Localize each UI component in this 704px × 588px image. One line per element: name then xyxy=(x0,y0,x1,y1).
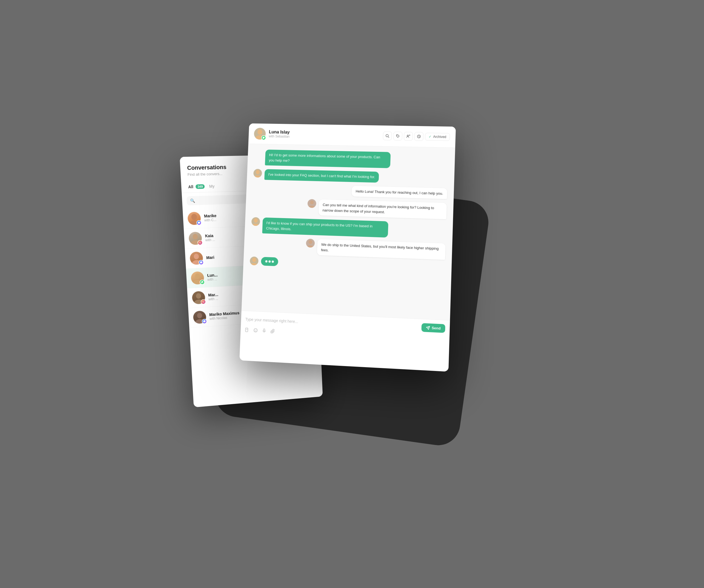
typing-dot-3 xyxy=(272,260,274,263)
svg-point-7 xyxy=(194,254,199,259)
svg-point-16 xyxy=(197,313,202,318)
message-row: We do ship to the United States, but you… xyxy=(250,237,446,260)
message-bubble: Hello Luna! Thank you for reaching out, … xyxy=(352,186,447,199)
attachment-icon[interactable] xyxy=(270,329,275,335)
chat-messages: Hi! I'd to get some more informations ab… xyxy=(241,144,455,320)
svg-point-0 xyxy=(191,214,197,220)
typing-avatar xyxy=(250,256,258,266)
svg-point-11 xyxy=(196,293,201,299)
svg-point-35 xyxy=(252,257,256,262)
svg-rect-41 xyxy=(263,329,265,331)
avatar xyxy=(187,212,201,225)
chat-whatsapp-icon xyxy=(261,135,266,140)
typing-dot-2 xyxy=(269,260,271,262)
message-bubble: I've looked into your FAQ section, but I… xyxy=(265,169,379,182)
svg-point-29 xyxy=(310,200,314,204)
message-row: Hello Luna! Thank you for reaching out, … xyxy=(252,183,447,199)
svg-point-2 xyxy=(192,234,198,239)
svg-line-21 xyxy=(388,137,389,138)
agent-avatar xyxy=(306,239,315,248)
svg-point-23 xyxy=(407,135,408,136)
mic-icon[interactable] xyxy=(262,329,266,334)
chat-panel: Luna Islay with Sebastian ✓ Archi xyxy=(239,123,456,371)
svg-point-33 xyxy=(308,240,312,244)
tab-all[interactable]: All xyxy=(188,184,193,189)
svg-point-5 xyxy=(199,242,200,243)
instagram-icon xyxy=(201,299,206,304)
tag-button[interactable] xyxy=(393,131,402,140)
svg-point-22 xyxy=(397,135,398,136)
search-icon: 🔍 xyxy=(190,198,195,203)
svg-point-39 xyxy=(255,330,255,330)
file-icon[interactable] xyxy=(245,328,249,334)
message-row: Can you tell me what kind of information… xyxy=(252,197,447,219)
avatar xyxy=(191,271,204,285)
assign-button[interactable] xyxy=(404,132,413,140)
message-row: I've looked into your FAQ section, but I… xyxy=(253,169,448,184)
send-label: Send xyxy=(432,326,441,331)
agent-avatar xyxy=(307,199,316,208)
svg-point-27 xyxy=(256,170,260,174)
svg-point-14 xyxy=(203,301,204,302)
check-icon: ✓ xyxy=(429,135,432,139)
svg-point-34 xyxy=(306,245,314,248)
tab-my[interactable]: My xyxy=(209,184,215,188)
instagram-icon xyxy=(197,240,203,245)
svg-point-30 xyxy=(308,205,315,208)
emoji-icon[interactable] xyxy=(253,328,258,334)
svg-point-18 xyxy=(257,129,262,135)
send-button[interactable]: Send xyxy=(421,323,445,333)
message-bubble: Can you tell me what kind of information… xyxy=(318,199,447,220)
typing-indicator-row xyxy=(250,256,445,273)
message-row: I'd like to know if you can ship your pr… xyxy=(251,217,446,239)
svg-point-38 xyxy=(254,329,257,332)
messenger-icon xyxy=(201,319,207,324)
avatar xyxy=(189,251,203,265)
clock-button[interactable] xyxy=(414,132,423,141)
msg-avatar xyxy=(251,217,260,226)
tab-all-badge: 349 xyxy=(195,184,204,189)
svg-point-40 xyxy=(256,330,257,330)
archived-label: Archived xyxy=(433,135,446,139)
chat-actions: ✓ Archived xyxy=(383,131,450,141)
chat-avatar xyxy=(254,128,266,140)
chat-contact-info: Luna Islay with Sebastian xyxy=(269,130,380,140)
message-row: Hi! I'd to get some more informations ab… xyxy=(254,149,449,170)
message-bubble: We do ship to the United States, but you… xyxy=(317,239,446,260)
svg-point-9 xyxy=(195,274,200,279)
message-bubble: Hi! I'd to get some more informations ab… xyxy=(265,150,391,168)
messenger-icon xyxy=(196,220,202,225)
chat-header: Luna Islay with Sebastian ✓ Archi xyxy=(248,123,456,148)
msg-avatar xyxy=(253,169,262,178)
svg-point-36 xyxy=(250,263,258,266)
avatar xyxy=(188,232,202,245)
avatar xyxy=(192,291,206,304)
typing-bubble xyxy=(261,257,278,266)
svg-point-31 xyxy=(254,218,258,223)
avatar xyxy=(193,310,206,324)
messenger-icon xyxy=(198,260,204,265)
archived-button[interactable]: ✓ Archived xyxy=(425,133,450,141)
svg-point-28 xyxy=(254,175,261,178)
search-button[interactable] xyxy=(383,131,392,140)
whatsapp-icon xyxy=(200,280,205,285)
typing-dot-1 xyxy=(265,260,268,262)
svg-point-32 xyxy=(252,224,259,226)
message-bubble: I'd like to know if you can ship your pr… xyxy=(262,218,388,238)
